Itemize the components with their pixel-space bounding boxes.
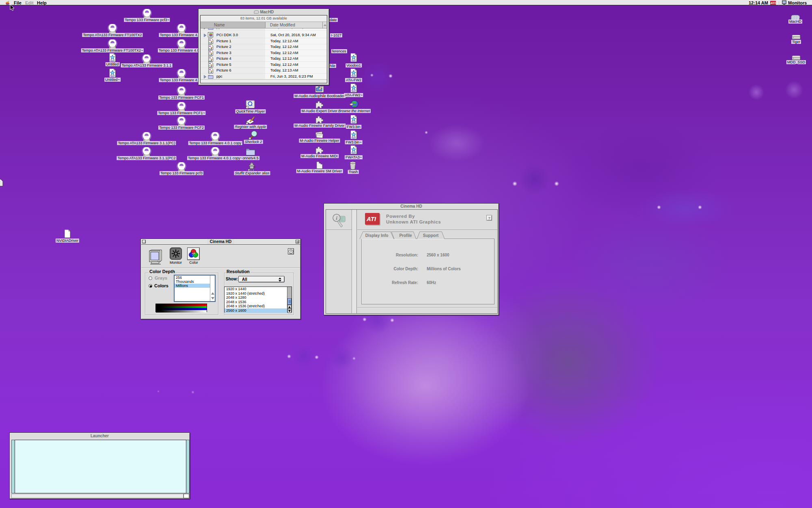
svg-text:Support: Support — [423, 233, 439, 238]
svg-text:Display Info: Display Info — [365, 233, 389, 238]
svg-text:ATI: ATI — [770, 1, 776, 5]
svg-text:?: ? — [290, 250, 292, 253]
svg-text:Profile: Profile — [399, 233, 412, 238]
svg-text:i: i — [336, 215, 337, 221]
